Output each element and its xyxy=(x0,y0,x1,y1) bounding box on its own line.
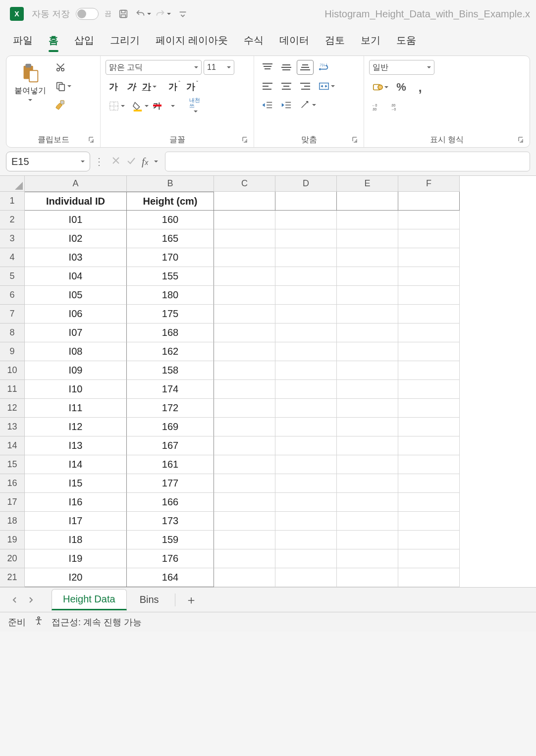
cell-A11[interactable]: I10 xyxy=(25,380,127,399)
row-header[interactable]: 17 xyxy=(0,493,25,512)
decrease-decimal-button[interactable]: .00→0 xyxy=(388,100,405,114)
col-header-B[interactable]: B xyxy=(127,176,214,192)
undo-button[interactable] xyxy=(135,6,151,22)
grow-font-button[interactable]: 가ˆ xyxy=(166,79,182,95)
spreadsheet-grid[interactable]: A B C D E F 1Individual IDHeight (cm)2I0… xyxy=(0,175,536,587)
row-header[interactable]: 8 xyxy=(0,324,25,342)
fx-icon[interactable]: fx xyxy=(142,155,148,168)
cell-B2[interactable]: 160 xyxy=(127,211,214,229)
table-row[interactable]: 20I19176 xyxy=(0,549,536,568)
cell-B1[interactable]: Height (cm) xyxy=(127,192,214,211)
font-name-combo[interactable]: 맑은 고딕 xyxy=(106,60,202,75)
underline-button[interactable]: 가 xyxy=(141,79,157,95)
cell-B10[interactable]: 158 xyxy=(127,361,214,380)
table-row[interactable]: 9I08162 xyxy=(0,342,536,361)
col-header-E[interactable]: E xyxy=(337,176,398,192)
align-bottom-button[interactable] xyxy=(297,60,314,75)
cell-C19[interactable] xyxy=(214,531,275,549)
tab-file[interactable]: 파일 xyxy=(12,32,34,49)
cell-E2[interactable] xyxy=(337,211,398,229)
table-row[interactable]: 6I05180 xyxy=(0,286,536,305)
cell-E8[interactable] xyxy=(337,324,398,342)
cell-C8[interactable] xyxy=(214,324,275,342)
customize-qat-icon[interactable] xyxy=(175,6,191,22)
cell-C15[interactable] xyxy=(214,455,275,474)
cell-A1[interactable]: Individual ID xyxy=(25,192,127,211)
cell-A5[interactable]: I04 xyxy=(25,267,127,286)
cell-A14[interactable]: I13 xyxy=(25,436,127,455)
cell-B14[interactable]: 167 xyxy=(127,436,214,455)
cell-F3[interactable] xyxy=(398,229,460,248)
table-row[interactable]: 13I12169 xyxy=(0,418,536,436)
cell-F12[interactable] xyxy=(398,399,460,418)
tab-draw[interactable]: 그리기 xyxy=(109,32,141,49)
font-launcher-icon[interactable] xyxy=(242,136,249,145)
cell-D15[interactable] xyxy=(275,455,337,474)
table-row[interactable]: 1Individual IDHeight (cm) xyxy=(0,192,536,211)
cell-B6[interactable]: 180 xyxy=(127,286,214,305)
cell-F18[interactable] xyxy=(398,512,460,531)
cell-E9[interactable] xyxy=(337,342,398,361)
phonetic-button[interactable]: 내천 쓰 xyxy=(183,99,207,113)
cell-F20[interactable] xyxy=(398,549,460,568)
wrap-text-button[interactable]: 가나 xyxy=(316,60,332,75)
table-row[interactable]: 19I18159 xyxy=(0,531,536,549)
row-header[interactable]: 18 xyxy=(0,512,25,531)
table-row[interactable]: 21I20164 xyxy=(0,568,536,587)
cell-E16[interactable] xyxy=(337,474,398,493)
cell-A18[interactable]: I17 xyxy=(25,512,127,531)
font-size-combo[interactable]: 11 xyxy=(204,60,234,75)
cell-C17[interactable] xyxy=(214,493,275,512)
borders-button[interactable] xyxy=(106,99,127,113)
table-row[interactable]: 7I06175 xyxy=(0,305,536,324)
tab-view[interactable]: 보기 xyxy=(360,32,381,49)
decrease-indent-button[interactable] xyxy=(259,98,276,112)
cell-A20[interactable]: I19 xyxy=(25,549,127,568)
percent-button[interactable]: % xyxy=(393,80,410,95)
chevron-down-icon[interactable] xyxy=(154,161,158,164)
enter-formula-icon[interactable] xyxy=(126,156,136,167)
paste-button[interactable]: 붙여넣기 xyxy=(11,60,49,105)
cell-B7[interactable]: 175 xyxy=(127,305,214,324)
sheet-nav-next[interactable] xyxy=(24,593,38,607)
formula-input[interactable] xyxy=(165,152,530,171)
row-header[interactable]: 12 xyxy=(0,399,25,418)
cell-F6[interactable] xyxy=(398,286,460,305)
format-painter-button[interactable] xyxy=(52,98,69,112)
cell-C9[interactable] xyxy=(214,342,275,361)
cell-F10[interactable] xyxy=(398,361,460,380)
cell-E7[interactable] xyxy=(337,305,398,324)
cell-D4[interactable] xyxy=(275,248,337,267)
number-format-combo[interactable]: 일반 xyxy=(369,60,434,75)
cell-D11[interactable] xyxy=(275,380,337,399)
col-header-C[interactable]: C xyxy=(214,176,275,192)
cell-C3[interactable] xyxy=(214,229,275,248)
sheet-tab-bins[interactable]: Bins xyxy=(129,590,170,609)
cell-D13[interactable] xyxy=(275,418,337,436)
cell-F11[interactable] xyxy=(398,380,460,399)
table-row[interactable]: 15I14161 xyxy=(0,455,536,474)
cell-C18[interactable] xyxy=(214,512,275,531)
tab-formulas[interactable]: 수식 xyxy=(243,32,265,49)
table-row[interactable]: 10I09158 xyxy=(0,361,536,380)
row-header[interactable]: 10 xyxy=(0,361,25,380)
cell-E11[interactable] xyxy=(337,380,398,399)
align-middle-button[interactable] xyxy=(278,60,295,75)
clipboard-launcher-icon[interactable] xyxy=(88,136,95,145)
cell-E13[interactable] xyxy=(337,418,398,436)
cell-B13[interactable]: 169 xyxy=(127,418,214,436)
table-row[interactable]: 3I02165 xyxy=(0,229,536,248)
table-row[interactable]: 8I07168 xyxy=(0,324,536,342)
cell-E14[interactable] xyxy=(337,436,398,455)
row-header[interactable]: 15 xyxy=(0,455,25,474)
cell-D2[interactable] xyxy=(275,211,337,229)
cell-D20[interactable] xyxy=(275,549,337,568)
table-row[interactable]: 17I16166 xyxy=(0,493,536,512)
cell-D7[interactable] xyxy=(275,305,337,324)
cell-B18[interactable]: 173 xyxy=(127,512,214,531)
cell-A12[interactable]: I11 xyxy=(25,399,127,418)
cell-D19[interactable] xyxy=(275,531,337,549)
cell-E19[interactable] xyxy=(337,531,398,549)
cell-F16[interactable] xyxy=(398,474,460,493)
col-header-F[interactable]: F xyxy=(398,176,460,192)
